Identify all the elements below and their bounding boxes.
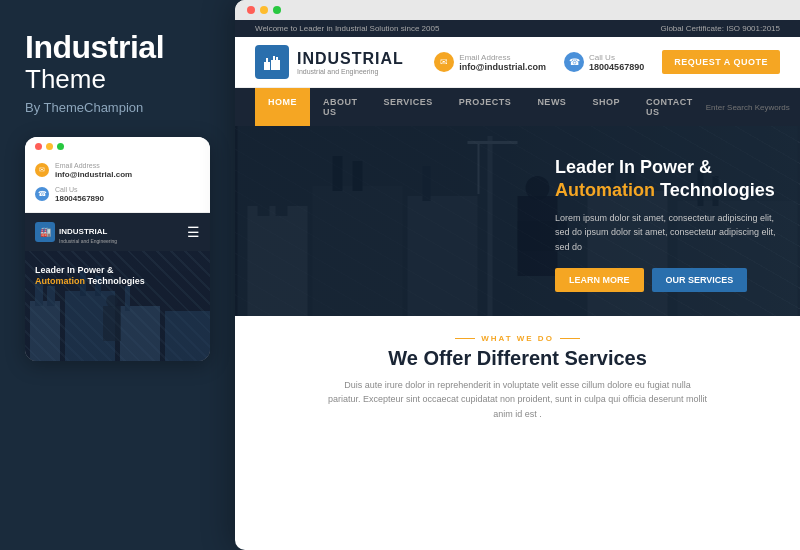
- svg-rect-6: [120, 306, 160, 361]
- info-bar-welcome: Welcome to Leader in Industrial Solution…: [255, 24, 439, 33]
- brand-title: Industrial: [25, 30, 210, 65]
- brand-author: By ThemeChampion: [25, 100, 210, 115]
- header-contacts: ✉ Email Address info@industrial.com ☎ Ca…: [434, 50, 780, 74]
- nav-items: HOME ABOUT US SERVICES PROJECTS NEWS SHO…: [255, 88, 706, 126]
- services-title: We Offer Different Services: [255, 347, 780, 370]
- nav-item-shop[interactable]: SHOP: [579, 88, 633, 126]
- browser-dot-green: [273, 6, 281, 14]
- browser-dot-red: [247, 6, 255, 14]
- mobile-mockup: ✉ Email Address info@industrial.com ☎ Ca…: [25, 137, 210, 361]
- svg-rect-8: [165, 311, 210, 361]
- svg-rect-9: [103, 306, 121, 341]
- mobile-hamburger-icon[interactable]: ☰: [187, 224, 200, 240]
- hero-description: Lorem ipsum dolor sit amet, consectetur …: [555, 211, 780, 254]
- hero-title: Leader In Power & Automation Technologie…: [555, 156, 780, 203]
- hero-content: Leader In Power & Automation Technologie…: [235, 126, 800, 312]
- learn-more-button[interactable]: LEARN MORE: [555, 268, 644, 292]
- nav-item-contact[interactable]: CONTACT US: [633, 88, 706, 126]
- mobile-nav: 🏭 INDUSTRIAL Industrial and Engineering …: [25, 213, 210, 251]
- brand-subtitle: Theme: [25, 65, 210, 94]
- our-services-button[interactable]: OUR SERVICES: [652, 268, 748, 292]
- header-email-text: Email Address info@industrial.com: [459, 53, 546, 72]
- mobile-logo: 🏭 INDUSTRIAL Industrial and Engineering: [35, 220, 117, 244]
- site-header: INDUSTRIAL Industrial and Engineering ✉ …: [235, 37, 800, 88]
- mobile-email-item: ✉ Email Address info@industrial.com: [35, 162, 200, 180]
- nav-item-projects[interactable]: PROJECTS: [446, 88, 525, 126]
- mobile-hero-content: Leader In Power & Automation Technologie…: [25, 251, 210, 298]
- services-eyebrow: WHAT WE DO: [255, 334, 780, 343]
- header-email: ✉ Email Address info@industrial.com: [434, 52, 546, 72]
- mobile-contact-bar: ✉ Email Address info@industrial.com ☎ Ca…: [25, 154, 210, 213]
- search-input[interactable]: [706, 103, 800, 112]
- nav-item-news[interactable]: NEWS: [524, 88, 579, 126]
- nav-item-about[interactable]: ABOUT US: [310, 88, 371, 126]
- svg-rect-13: [271, 60, 280, 70]
- browser-dot-yellow: [260, 6, 268, 14]
- site-navigation: HOME ABOUT US SERVICES PROJECTS NEWS SHO…: [235, 88, 800, 126]
- mobile-email-icon: ✉: [35, 163, 49, 177]
- nav-item-services[interactable]: SERVICES: [371, 88, 446, 126]
- mobile-browser-chrome: [25, 137, 210, 154]
- info-bar-certificate: Global Certificate: ISO 9001:2015: [660, 24, 780, 33]
- svg-rect-14: [273, 56, 275, 61]
- left-panel: Industrial Theme By ThemeChampion ✉ Emai…: [0, 0, 235, 550]
- svg-rect-0: [30, 301, 60, 361]
- request-quote-button[interactable]: REQUEST A QUOTE: [662, 50, 780, 74]
- factory-icon: [262, 52, 282, 72]
- hero-buttons: LEARN MORE OUR SERVICES: [555, 268, 780, 292]
- site-logo-icon: [255, 45, 289, 79]
- mobile-logo-text-area: INDUSTRIAL Industrial and Engineering: [59, 220, 117, 244]
- desktop-preview: Welcome to Leader in Industrial Solution…: [235, 0, 800, 550]
- brand-section: Industrial Theme By ThemeChampion: [25, 30, 210, 137]
- mobile-hero-title: Leader In Power & Automation Technologie…: [35, 265, 200, 288]
- svg-rect-15: [276, 57, 278, 61]
- mobile-dot-yellow: [46, 143, 53, 150]
- site-logo: INDUSTRIAL Industrial and Engineering: [255, 45, 404, 79]
- nav-item-home[interactable]: HOME: [255, 88, 310, 126]
- mobile-logo-icon: 🏭: [35, 222, 55, 242]
- services-description: Duis aute irure dolor in reprehenderit i…: [328, 378, 708, 421]
- site-info-bar: Welcome to Leader in Industrial Solution…: [235, 20, 800, 37]
- mobile-phone-text: Call Us 18004567890: [55, 186, 104, 204]
- header-phone-icon: ☎: [564, 52, 584, 72]
- svg-rect-11: [264, 62, 270, 70]
- mobile-dot-green: [57, 143, 64, 150]
- svg-rect-12: [266, 58, 268, 63]
- mobile-hero: Leader In Power & Automation Technologie…: [25, 251, 210, 361]
- mobile-dot-red: [35, 143, 42, 150]
- header-phone-text: Call Us 18004567890: [589, 53, 644, 72]
- nav-search[interactable]: 🔍: [706, 102, 800, 113]
- site-hero: Leader In Power & Automation Technologie…: [235, 126, 800, 316]
- header-phone: ☎ Call Us 18004567890: [564, 52, 644, 72]
- services-section: WHAT WE DO We Offer Different Services D…: [235, 316, 800, 431]
- site-logo-text: INDUSTRIAL Industrial and Engineering: [297, 50, 404, 75]
- browser-chrome: [235, 0, 800, 20]
- mobile-email-text: Email Address info@industrial.com: [55, 162, 132, 180]
- header-email-icon: ✉: [434, 52, 454, 72]
- mobile-phone-item: ☎ Call Us 18004567890: [35, 186, 200, 204]
- site-content: Welcome to Leader in Industrial Solution…: [235, 20, 800, 550]
- mobile-phone-icon: ☎: [35, 187, 49, 201]
